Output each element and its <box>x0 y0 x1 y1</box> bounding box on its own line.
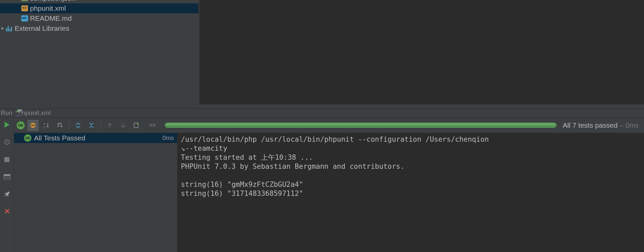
test-summary-text: All 7 tests passed – 0ms <box>563 121 641 129</box>
console-output[interactable]: /usr/local/bin/php /usr/local/bin/phpuni… <box>178 133 644 252</box>
run-label: Run <box>0 109 14 117</box>
tree-item-phpunit[interactable]: phpunit.xml <box>0 3 199 13</box>
tree-item-label: README.md <box>29 14 72 22</box>
test-toolbar: OK az <box>14 118 644 133</box>
library-icon <box>5 25 13 31</box>
sort-by-duration-button[interactable] <box>55 120 65 130</box>
markdown-file-icon <box>21 15 29 21</box>
expand-all-button[interactable] <box>73 120 83 130</box>
test-node-label: All Tests Passed <box>34 134 85 142</box>
svg-text:z: z <box>44 126 45 129</box>
xml-file-icon <box>21 5 29 11</box>
project-tree[interactable]: composer.json phpunit.xml README.md Exte… <box>0 0 199 105</box>
tree-item-composer[interactable]: composer.json <box>0 0 199 3</box>
stop-button[interactable] <box>2 154 12 164</box>
tree-item-label: External Libraries <box>13 24 69 32</box>
test-node-duration: 0ms <box>163 135 177 142</box>
test-tree[interactable]: OK All Tests Passed 0ms <box>14 133 178 252</box>
close-button[interactable]: ✕ <box>2 207 12 217</box>
sort-alphabetically-button[interactable]: az <box>41 120 51 130</box>
chevron-right-icon <box>1 26 5 30</box>
editor-area <box>199 0 644 105</box>
json-file-icon <box>21 0 29 1</box>
layout-button[interactable] <box>2 172 12 182</box>
svg-text:a: a <box>44 122 45 125</box>
run-gutter: ✕ <box>0 118 14 252</box>
next-failed-test-button[interactable] <box>118 120 128 130</box>
run-config-name: phpunit.xml <box>18 109 51 117</box>
rerun-button[interactable] <box>2 120 12 130</box>
tree-item-readme[interactable]: README.md <box>0 13 199 23</box>
show-passed-toggle[interactable]: OK <box>17 121 25 129</box>
separator-icon <box>100 121 101 129</box>
show-ignored-toggle[interactable] <box>28 120 38 130</box>
svg-point-1 <box>6 141 8 143</box>
run-tool-window-tab[interactable]: Run ✔ phpunit.xml <box>0 108 644 118</box>
tree-item-label: phpunit.xml <box>29 4 66 12</box>
pin-button[interactable] <box>0 187 14 201</box>
collapse-all-button[interactable] <box>86 120 96 130</box>
export-results-button[interactable] <box>131 120 141 130</box>
tree-item-label: composer.json <box>29 0 75 2</box>
tree-item-external-libraries[interactable]: External Libraries <box>0 23 199 33</box>
toggle-auto-test-button[interactable] <box>2 137 12 147</box>
more-actions-button[interactable]: >> <box>145 120 155 130</box>
previous-failed-test-button[interactable] <box>105 120 115 130</box>
ok-badge-icon: OK <box>24 134 31 142</box>
run-config-icon: ✔ <box>14 109 18 117</box>
test-progress-bar <box>165 123 557 128</box>
separator-icon <box>69 121 69 129</box>
svg-rect-3 <box>31 125 35 126</box>
test-root-node[interactable]: OK All Tests Passed 0ms <box>14 133 177 143</box>
